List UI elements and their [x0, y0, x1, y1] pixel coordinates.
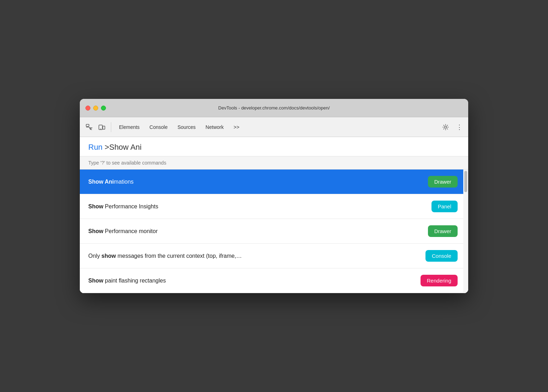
device-toolbar-button[interactable]	[95, 121, 108, 133]
badge-drawer-monitor: Drawer	[428, 225, 458, 237]
more-options-button[interactable]: ⋮	[453, 121, 465, 133]
tab-network[interactable]: Network	[201, 117, 228, 137]
close-button[interactable]	[85, 106, 90, 111]
maximize-button[interactable]	[101, 106, 106, 111]
scrollbar-thumb[interactable]	[464, 171, 467, 192]
run-label: Run	[88, 143, 102, 152]
inspect-element-button[interactable]	[83, 121, 95, 133]
browser-window: DevTools - developer.chrome.com/docs/dev…	[80, 99, 468, 293]
badge-rendering: Rendering	[421, 275, 458, 286]
devtools-content: Run >Show Ani Type '?' to see available …	[80, 137, 468, 293]
command-bar: Run >Show Ani	[80, 137, 468, 156]
command-hint: Type '?' to see available commands	[80, 156, 468, 170]
minimize-button[interactable]	[93, 106, 98, 111]
result-item-show-animations[interactable]: Show Animations Drawer	[80, 170, 468, 194]
result-bold-show: Show Ani	[88, 179, 114, 185]
svg-rect-3	[103, 126, 105, 129]
result-label-show-paint: Show paint flashing rectangles	[88, 277, 421, 285]
toolbar-right: ⋮	[439, 121, 465, 133]
window-title: DevTools - developer.chrome.com/docs/dev…	[218, 105, 330, 111]
results-list: Show Animations Drawer Show Performance …	[80, 170, 468, 293]
result-label-performance-monitor: Show Performance monitor	[88, 227, 428, 236]
result-label-show-messages: Only show messages from the current cont…	[88, 252, 425, 260]
svg-rect-0	[86, 124, 89, 126]
command-input-line: Run >Show Ani	[88, 143, 460, 152]
badge-panel-insights: Panel	[431, 201, 458, 212]
tab-sources[interactable]: Sources	[173, 117, 201, 137]
svg-point-5	[445, 126, 447, 128]
result-item-show-paint[interactable]: Show paint flashing rectangles Rendering	[80, 268, 468, 293]
tab-more[interactable]: >>	[228, 117, 244, 137]
result-label-performance-insights: Show Performance Insights	[88, 202, 431, 211]
result-item-performance-insights[interactable]: Show Performance Insights Panel	[80, 194, 468, 219]
tab-elements[interactable]: Elements	[114, 117, 144, 137]
command-input-text[interactable]: >Show Ani	[105, 143, 142, 152]
result-item-performance-monitor[interactable]: Show Performance monitor Drawer	[80, 219, 468, 244]
titlebar: DevTools - developer.chrome.com/docs/dev…	[80, 99, 468, 117]
badge-drawer-animations: Drawer	[428, 176, 458, 188]
devtools-toolbar: Elements Console Sources Network >>	[80, 117, 468, 137]
badge-console: Console	[425, 250, 458, 262]
scrollbar-track[interactable]	[463, 170, 468, 293]
result-item-show-messages[interactable]: Only show messages from the current cont…	[80, 244, 468, 268]
toolbar-separator	[111, 122, 111, 132]
traffic-lights	[85, 106, 106, 111]
settings-button[interactable]	[439, 121, 452, 133]
tab-console[interactable]: Console	[144, 117, 172, 137]
devtools-panel: Elements Console Sources Network >>	[80, 117, 468, 293]
result-label-show-animations: Show Animations	[88, 178, 428, 186]
